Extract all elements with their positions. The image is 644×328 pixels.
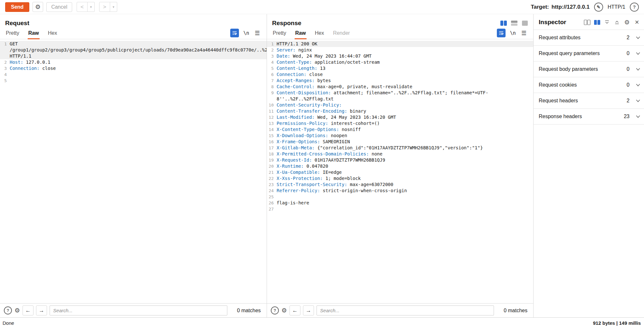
line-text: Connection: close xyxy=(277,71,533,78)
code-line[interactable]: 9Content-Disposition: attachment; filena… xyxy=(267,90,533,102)
inspector-section-request-query-parameters[interactable]: Request query parameters 0 xyxy=(534,46,644,61)
response-search-next-button[interactable]: → xyxy=(303,305,314,315)
arrow-right-icon: → xyxy=(306,307,311,314)
code-line[interactable]: 24Referrer-Policy: strict-origin-when-cr… xyxy=(267,188,533,194)
inspector-section-response-headers[interactable]: Response headers 23 xyxy=(534,109,644,125)
request-tab-hex[interactable]: Hex xyxy=(48,30,57,39)
history-back-dropdown[interactable]: ▼ xyxy=(88,2,95,12)
code-line[interactable]: 21X-Ua-Compatible: IE=edge xyxy=(267,169,533,175)
response-tab-raw[interactable]: Raw xyxy=(295,30,306,39)
inspector-dock-active-button[interactable] xyxy=(593,19,601,26)
inspector-section-request-headers[interactable]: Request headers 2 xyxy=(534,93,644,109)
word-wrap-toggle[interactable] xyxy=(497,29,506,37)
request-menu-button[interactable]: ☰ xyxy=(254,29,261,37)
request-tab-pretty[interactable]: Pretty xyxy=(6,30,19,39)
response-search-help-button[interactable]: ? xyxy=(271,306,279,314)
gear-icon: ⚙ xyxy=(35,3,41,11)
code-line[interactable]: 5Content-Length: 13 xyxy=(267,65,533,71)
response-search-bar: ? ⚙ ← → 0 matches xyxy=(267,303,533,317)
inspector-close-button[interactable]: ✕ xyxy=(633,19,641,26)
code-line[interactable]: 4Content-Type: application/octet-stream xyxy=(267,59,533,65)
cancel-button[interactable]: Cancel xyxy=(46,2,72,12)
arrow-right-icon: → xyxy=(39,307,44,314)
code-line[interactable]: 2Server: nginx xyxy=(267,47,533,53)
response-search-matches: 0 matches xyxy=(504,308,527,314)
request-editor[interactable]: 1GET /group1/group2/group3/group4/group5… xyxy=(0,39,267,303)
inspector-settings-button[interactable]: ⚙ xyxy=(623,19,631,26)
code-line[interactable]: 26flag-is-here xyxy=(267,200,533,206)
response-tab-render[interactable]: Render xyxy=(333,30,350,39)
request-search-prev-button[interactable]: ← xyxy=(23,305,33,315)
inspector-dock-button[interactable] xyxy=(583,19,591,26)
code-line[interactable]: 12Last-Modified: Wed, 24 May 2023 16:34:… xyxy=(267,114,533,120)
code-line[interactable]: 3Connection: close xyxy=(0,65,267,71)
line-number: 10 xyxy=(267,102,277,108)
response-search-input[interactable] xyxy=(317,305,494,315)
history-forward-button[interactable]: > xyxy=(99,2,110,12)
request-search-settings-button[interactable]: ⚙ xyxy=(14,307,20,314)
code-line[interactable]: 11Content-Transfer-Encoding: binary xyxy=(267,108,533,114)
code-line[interactable]: 16X-Frame-Options: SAMEORIGIN xyxy=(267,139,533,145)
send-settings-button[interactable]: ⚙ xyxy=(33,2,43,12)
line-number: 8 xyxy=(267,84,277,90)
line-text: Content-Disposition: attachment; filenam… xyxy=(277,90,533,102)
inspector-section-request-body-parameters[interactable]: Request body parameters 0 xyxy=(534,61,644,77)
code-line[interactable]: 20X-Runtime: 0.047820 xyxy=(267,163,533,169)
status-message: Done xyxy=(3,320,14,326)
layout-rows-button[interactable] xyxy=(510,20,518,27)
code-line[interactable]: 4 xyxy=(0,71,267,78)
help-button[interactable]: ? xyxy=(630,3,639,12)
inspector-section-request-attributes[interactable]: Request attributes 2 xyxy=(534,30,644,46)
code-line[interactable]: 18X-Permitted-Cross-Domain-Policies: non… xyxy=(267,151,533,157)
code-line[interactable]: 23Strict-Transport-Security: max-age=630… xyxy=(267,182,533,188)
collapse-all-button[interactable] xyxy=(603,19,611,26)
code-line[interactable]: 3Date: Wed, 24 May 2023 16:44:07 GMT xyxy=(267,53,533,59)
request-search-next-button[interactable]: → xyxy=(36,305,47,315)
code-line[interactable]: 19X-Request-Id: 01H17AAYDZTZTP7WMH26BB1Q… xyxy=(267,157,533,163)
code-line[interactable]: 2Host: 127.0.0.1 xyxy=(0,59,267,65)
response-menu-button[interactable]: ☰ xyxy=(520,29,527,37)
code-line[interactable]: 7Accept-Ranges: bytes xyxy=(267,78,533,84)
line-text: Date: Wed, 24 May 2023 16:44:07 GMT xyxy=(277,53,533,59)
layout-single-button[interactable] xyxy=(521,20,529,27)
expand-all-button[interactable] xyxy=(613,19,621,26)
code-line[interactable]: 15X-Download-Options: noopen xyxy=(267,133,533,139)
line-text xyxy=(277,194,533,200)
code-line[interactable]: 13Permissions-Policy: interest-cohort=() xyxy=(267,120,533,127)
close-icon: ✕ xyxy=(635,19,639,26)
show-newlines-toggle[interactable]: \n xyxy=(242,30,251,37)
code-line[interactable]: 22X-Xss-Protection: 1; mode=block xyxy=(267,175,533,182)
response-editor[interactable]: 1HTTP/1.1 200 OK2Server: nginx3Date: Wed… xyxy=(267,39,533,303)
response-search-settings-button[interactable]: ⚙ xyxy=(281,307,287,314)
response-tab-hex[interactable]: Hex xyxy=(315,30,324,39)
response-tab-pretty[interactable]: Pretty xyxy=(273,30,286,39)
request-search-input[interactable] xyxy=(50,305,227,315)
request-tab-raw[interactable]: Raw xyxy=(28,30,39,39)
code-line[interactable]: 8Cache-Control: max-age=0, private, must… xyxy=(267,84,533,90)
edit-target-button[interactable]: ✎ xyxy=(594,3,603,12)
code-line[interactable]: 17X-Gitlab-Meta: {"correlation_id":"01H1… xyxy=(267,145,533,151)
line-number: 11 xyxy=(267,108,277,114)
code-line[interactable]: 6Connection: close xyxy=(267,71,533,78)
request-search-help-button[interactable]: ? xyxy=(4,306,12,314)
code-line[interactable]: 1HTTP/1.1 200 OK xyxy=(267,41,533,47)
http-version-selector[interactable]: HTTP/1 xyxy=(608,4,625,10)
send-button[interactable]: Send xyxy=(5,2,29,12)
word-wrap-toggle[interactable] xyxy=(230,29,239,37)
layout-columns-button[interactable] xyxy=(500,20,507,27)
top-toolbar: Send ⚙ Cancel < ▼ > ▼ Target: http://127… xyxy=(0,0,644,14)
code-line[interactable]: 10Content-Security-Policy: xyxy=(267,102,533,108)
question-icon: ? xyxy=(274,308,276,313)
code-line[interactable]: 1GET /group1/group2/group3/group4/group5… xyxy=(0,41,267,59)
inspector-section-request-cookies[interactable]: Request cookies 0 xyxy=(534,77,644,93)
code-line[interactable]: 25 xyxy=(267,194,533,200)
show-newlines-toggle[interactable]: \n xyxy=(509,30,517,37)
code-line[interactable]: 14X-Content-Type-Options: nosniff xyxy=(267,127,533,133)
code-line[interactable]: 5 xyxy=(0,78,267,84)
code-line[interactable]: 27 xyxy=(267,206,533,212)
history-back-button[interactable]: < xyxy=(77,2,88,12)
line-number: 16 xyxy=(267,139,277,145)
response-search-prev-button[interactable]: ← xyxy=(289,305,300,315)
line-number: 25 xyxy=(267,194,277,200)
history-forward-dropdown[interactable]: ▼ xyxy=(110,2,117,12)
